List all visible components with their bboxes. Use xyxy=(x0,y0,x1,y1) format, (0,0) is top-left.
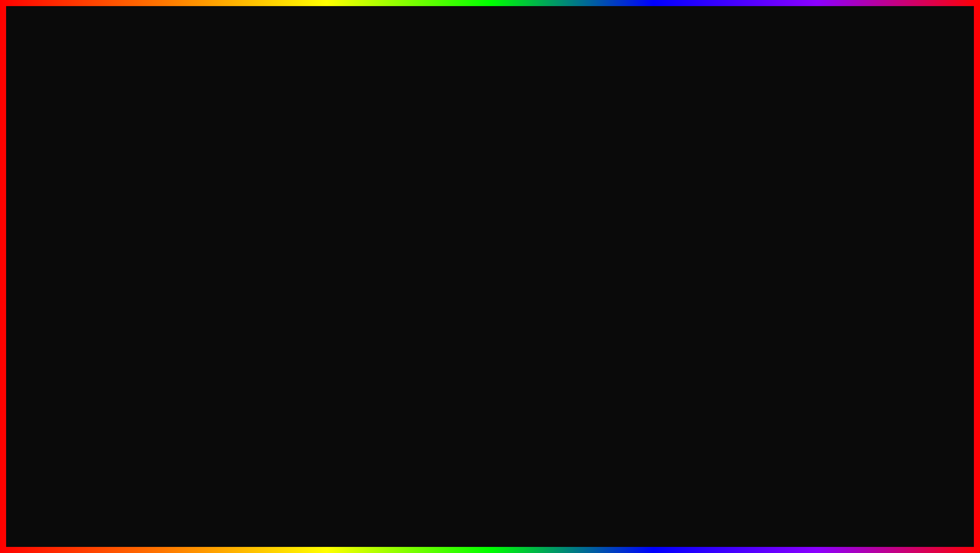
main-title: PROJECT NEW WORLD xyxy=(0,9,980,80)
left-ui-window: ≡ Project New World ⋮ 🔍 ✕ Auto Farm Ques… xyxy=(94,129,330,324)
tween-speed-label: Tween Speed xyxy=(410,226,454,234)
left-window-title: Project New World xyxy=(110,136,173,145)
game-thumbnail: PROJECT NEW WORLD xyxy=(818,375,955,487)
right-window-title: Project New World xyxy=(417,136,480,145)
game-thumbnail-label: PROJECT NEW WORLD xyxy=(860,463,912,479)
list-item[interactable]: Include Boss Quest For Full Auto Farm xyxy=(95,210,329,228)
tween-speed-fill xyxy=(410,237,565,239)
list-item[interactable]: Method - Behind ∧ xyxy=(402,203,639,221)
checkbox-include-boss[interactable] xyxy=(312,214,321,223)
thumbnail-artwork xyxy=(830,382,942,463)
right-window-title-area: ≡ Project New World xyxy=(409,136,480,146)
list-item[interactable]: Auto Farm xyxy=(95,156,329,174)
list-item[interactable]: Auto Buso xyxy=(95,264,329,283)
tween-speed-slider-row: Tween Speed 70 xyxy=(402,221,639,244)
left-search-btn[interactable]: 🔍 xyxy=(297,135,308,146)
checkbox-auto-quest[interactable] xyxy=(312,196,321,205)
script-pastebin-text: SCRIPT PASTEBIN xyxy=(484,481,870,528)
distance-fill xyxy=(410,260,443,262)
badge-dots: • • • xyxy=(696,98,720,112)
list-item[interactable]: Weapon - Combat ∧ xyxy=(402,186,639,203)
distance-label: Distance xyxy=(410,249,438,257)
checkbox-full-auto-farm[interactable] xyxy=(312,232,321,241)
chevron-up-icon: ∧ xyxy=(316,179,321,187)
list-item[interactable]: Go To Mobs When Using Inf Range xyxy=(402,267,639,285)
list-item[interactable]: Komis xyxy=(95,246,329,264)
list-item[interactable]: Safe Place xyxy=(95,283,329,301)
auto-farm-text: AUTO FARM xyxy=(110,471,474,538)
tween-speed-track[interactable] xyxy=(410,237,631,239)
left-hamburger-icon: ≡ xyxy=(102,136,106,146)
list-item[interactable]: Invisible xyxy=(95,301,329,319)
checkbox-invisible[interactable] xyxy=(312,305,321,315)
list-item[interactable]: Auto Quest xyxy=(95,191,329,210)
checkbox-auto-farm[interactable] xyxy=(312,160,321,169)
distance-track[interactable] xyxy=(410,260,631,262)
distance-value: 5 xyxy=(627,249,631,257)
distance-slider-row: Distance 5 xyxy=(402,244,639,267)
list-item[interactable]: Full Auto Farm xyxy=(95,228,329,246)
left-close-btn[interactable]: ✕ xyxy=(315,135,322,146)
list-item[interactable]: Quest - Bandit Boss:Lv.25 ∧ xyxy=(95,174,329,191)
chevron-up-icon: ∧ xyxy=(626,208,631,216)
game-thumbnail-inner: PROJECT NEW WORLD xyxy=(820,378,952,485)
checkbox-komis[interactable] xyxy=(312,251,321,260)
left-window-header: ≡ Project New World ⋮ 🔍 ✕ xyxy=(95,130,329,152)
chevron-up-icon: ∧ xyxy=(626,191,631,199)
tween-speed-value: 70 xyxy=(623,226,631,234)
left-window-title-area: ≡ Project New World xyxy=(102,136,173,146)
left-more-btn[interactable]: ⋮ xyxy=(281,135,290,146)
svg-point-4 xyxy=(877,396,895,414)
left-window-controls: ⋮ 🔍 ✕ xyxy=(281,135,322,146)
checkbox-auto-buso[interactable] xyxy=(312,269,321,278)
left-window-body: Auto Farm Quest - Bandit Boss:Lv.25 ∧ Au… xyxy=(95,152,329,323)
right-hamburger-icon: ≡ xyxy=(409,136,413,146)
distance-header: Distance 5 xyxy=(410,249,631,257)
list-item[interactable]: Auto Farm xyxy=(402,285,639,302)
checkbox-safe-place[interactable] xyxy=(312,287,321,296)
tween-speed-header: Tween Speed 70 xyxy=(410,226,631,234)
